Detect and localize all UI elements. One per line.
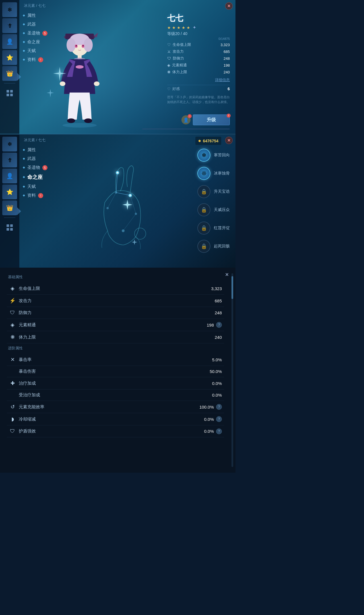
node-label-6: 起死回骸 [214, 244, 230, 249]
nav-dot [23, 41, 25, 43]
star-5: ★ [187, 25, 190, 30]
svg-rect-26 [10, 228, 13, 231]
section-stats: × 基础属性 ◈ 生命值上限 3,323 ⚡ 攻击力 685 [0, 268, 235, 473]
node-circle-5: 🔒 [197, 222, 210, 235]
detail-link[interactable]: 详细信息 [167, 77, 230, 83]
svg-point-20 [67, 118, 75, 123]
nav-const-shengyiwu[interactable]: 圣遗物 5 [23, 165, 47, 170]
nav-dot [23, 32, 25, 34]
stats-row-em: ◈ 元素精通 198 ? [7, 319, 224, 331]
stats-row-heal: ✚ 治疗加成 0.0% [7, 377, 224, 390]
const-node-4[interactable]: 🔒 天威压众 [197, 203, 230, 216]
node-circle-4: 🔒 [197, 203, 210, 216]
nav-item-mingzizuo[interactable]: 命之座 [23, 39, 47, 45]
ziliao-badge: ! [38, 57, 43, 62]
node-circle-1: ❄ [197, 149, 210, 162]
lock-icon-6: 🔒 [201, 243, 207, 249]
close-button-const[interactable]: ✕ [225, 137, 233, 144]
char-stars: ★ ★ ★ ★ ★ ✦ [167, 25, 230, 30]
atk-value: 685 [224, 50, 230, 54]
sidebar-item-4[interactable]: 👑 [2, 66, 17, 81]
node-label-4: 天威压众 [214, 207, 230, 212]
stamina-stat-icon: ❋ [9, 334, 16, 340]
em-value: 198 [224, 63, 230, 67]
lock-icon-3: 🔒 [201, 188, 207, 195]
hp-value: 3,323 [220, 43, 230, 47]
sidebar-grid-button[interactable] [2, 86, 17, 101]
nav-const-tiancai[interactable]: 天赋 [23, 184, 47, 189]
svg-line-39 [123, 214, 136, 231]
incoming-heal-val: 0.0% [212, 393, 222, 397]
stats-row-crit-dmg: 暴击伤害 50.0% [7, 366, 224, 377]
affection-value: 6 [228, 87, 230, 91]
stats-row-crit-rate: ✕ 暴击率 5.0% [7, 354, 224, 366]
shield-help-icon[interactable]: ? [216, 429, 222, 434]
nav-dot [23, 59, 25, 61]
stats-scroll-area: 基础属性 ◈ 生命值上限 3,323 ⚡ 攻击力 685 🛡 [0, 268, 235, 442]
sidebar-divider-const [4, 218, 15, 218]
cd-val: 0.0% [204, 417, 214, 422]
sparkle-1 [51, 65, 68, 84]
atk-icon: ⚔ [167, 49, 171, 54]
const-node-1[interactable]: ❄ 寒苦回向 [197, 149, 230, 162]
close-button[interactable]: ✕ [225, 2, 233, 10]
stats-row-hp: ◈ 生命值上限 3,323 [7, 282, 224, 295]
hp-stat-icon: ◈ [9, 285, 16, 292]
sidebar-const-3[interactable]: ⭐ [2, 184, 17, 199]
stat-atk: ⚔攻击力 685 [167, 49, 230, 54]
scrollbar-thumb[interactable] [231, 276, 233, 299]
nav-item-tiancai[interactable]: 天赋 [23, 48, 47, 54]
svg-point-9 [67, 38, 76, 52]
nav-item-ziliao[interactable]: 资料 ! [23, 57, 47, 62]
scrollbar[interactable] [231, 273, 233, 467]
ziliao-badge-2: ! [38, 193, 43, 198]
node-icon-2: ❊ [202, 170, 206, 177]
upgrade-btn-badge: ! [227, 114, 231, 118]
star-1: ★ [167, 25, 171, 30]
upgrade-icon: 👤 ! [181, 115, 191, 124]
sidebar-item-0[interactable]: ❄ [2, 2, 17, 17]
sidebar-const-0[interactable]: ❄ [2, 137, 17, 151]
shengyiwu-badge: 5 [42, 31, 47, 36]
cd-help-icon[interactable]: ? [216, 416, 222, 422]
nav-item-wuqi[interactable]: 武器 [23, 22, 47, 27]
sidebar-const-1[interactable]: 🗡 [2, 153, 17, 167]
upgrade-button[interactable]: 升级 ! [193, 114, 230, 125]
energy-help-icon[interactable]: ? [216, 404, 222, 410]
crit-rate-val: 5.0% [212, 357, 222, 362]
stats-close-button[interactable]: × [223, 270, 231, 278]
node-label-3: 升天宝诰 [214, 189, 230, 194]
sidebar-const-2[interactable]: 👤 [2, 169, 17, 183]
top-bar: 冰元素 / 七七 ✕ [19, 0, 235, 11]
const-node-2[interactable]: ❊ 冰寒蚀骨 [197, 167, 230, 180]
nav-menu-constellation: 属性 武器 圣遗物 5 命之座 天赋 资料 ! [23, 147, 47, 198]
stats-row-stamina: ❋ 体力上限 240 [7, 331, 224, 343]
const-node-5[interactable]: 🔒 红莲开绽 [197, 222, 230, 235]
nav-const-shuxing[interactable]: 属性 [23, 147, 47, 153]
const-node-3[interactable]: 🔒 升天宝诰 [197, 185, 230, 198]
svg-point-27 [135, 228, 146, 239]
top-bar-constellation: 冰元素 / 七七 ● 6476754 ✕ [19, 134, 235, 146]
sidebar-item-2[interactable]: 👤 [2, 34, 17, 49]
basic-stats-title: 基础属性 [7, 274, 224, 280]
node-label-1: 寒苦回向 [214, 153, 230, 158]
const-node-6[interactable]: 🔒 起死回骸 [197, 240, 230, 253]
svg-rect-23 [7, 224, 9, 227]
stamina-value: 240 [224, 70, 230, 74]
breadcrumb: 冰元素 / 七七 [24, 3, 46, 8]
nav-const-mingzizuo[interactable]: 命之座 [23, 174, 47, 181]
nav-const-ziliao[interactable]: 资料 ! [23, 193, 47, 198]
sidebar-const-4[interactable]: 👑 [2, 200, 17, 215]
em-help-icon[interactable]: ? [216, 322, 222, 328]
nav-item-shuxing[interactable]: 属性 [23, 13, 47, 18]
sidebar-item-1[interactable]: 🗡 [2, 18, 17, 33]
stats-row-atk: ⚡ 攻击力 685 [7, 295, 224, 307]
constellation-nodes: ❄ 寒苦回向 ❊ 冰寒蚀骨 🔒 升天宝诰 🔒 天威压众 🔒 红莲 [197, 149, 230, 253]
nav-item-shengyiwu[interactable]: 圣遗物 5 [23, 30, 47, 36]
svg-point-10 [84, 38, 93, 52]
svg-line-37 [116, 192, 130, 195]
nav-const-wuqi[interactable]: 武器 [23, 156, 47, 161]
upgrade-badge: ! [188, 114, 192, 118]
sidebar-item-3[interactable]: ⭐ [2, 50, 17, 65]
sidebar-grid-button-const[interactable] [2, 220, 17, 235]
